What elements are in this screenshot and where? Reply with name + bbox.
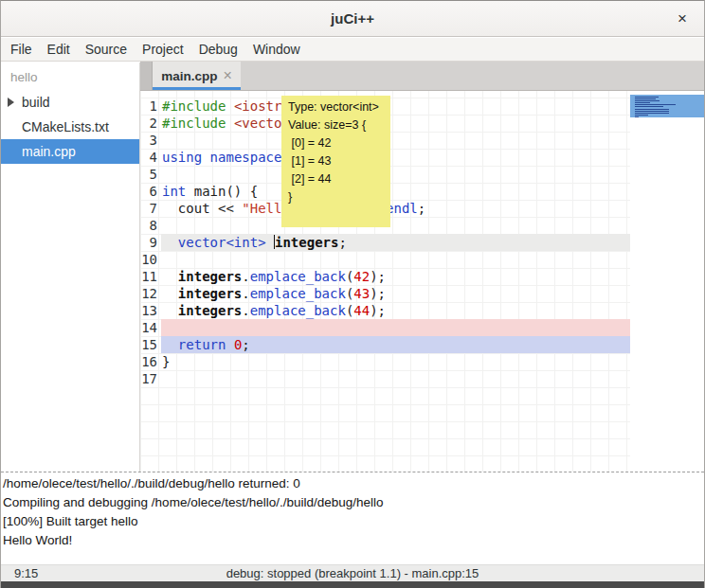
minimap-code-line [635,104,676,105]
tab-close-icon[interactable]: × [223,69,231,82]
expander-triangle-icon[interactable] [8,98,14,107]
code-line-text[interactable]: vector<int> integers; [161,234,630,251]
code-line-text[interactable]: return 0; [161,336,630,353]
code-line-11: 11 integers.emplace_back(42); [140,268,630,285]
window-bottom-edge [1,581,704,588]
code-editor[interactable]: 1#include <iostream>2#include <vector>34… [140,91,705,472]
code-line-17: 17 [140,370,630,387]
line-number[interactable]: 12 [140,285,161,302]
code-token-pl [226,98,233,114]
tree-item-label: build [22,95,50,110]
menu-item-source[interactable]: Source [78,39,135,60]
sidebar-item-cmakelists-txt[interactable]: CMakeLists.txt [1,115,139,139]
code-line-text[interactable]: integers.emplace_back(43); [161,285,630,302]
code-line-text[interactable]: #include <iostream> [161,98,630,115]
code-line-9: 9 vector<int> integers; [140,234,630,251]
minimap-code-line [635,113,669,114]
tooltip-text-line: } [288,188,384,206]
line-number[interactable]: 3 [140,132,161,149]
line-number[interactable]: 11 [140,268,161,285]
status-bar: 9:15 debug: stopped (breakpoint 1.1) - m… [1,564,704,581]
code-line-12: 12 integers.emplace_back(43); [140,285,630,302]
code-token-pp: #include [162,98,226,114]
line-number[interactable]: 1 [140,98,161,115]
code-token-kw: emplace_back [250,269,346,284]
sidebar-item-main-cpp[interactable]: main.cpp [1,139,139,164]
menu-item-project[interactable]: Project [135,39,191,60]
code-line-text[interactable]: integers.emplace_back(42); [161,268,630,285]
line-number[interactable]: 8 [140,217,161,234]
menu-item-window[interactable]: Window [245,39,308,60]
code-token-var: integers [178,269,242,284]
project-name-label: hello [1,62,139,90]
line-number[interactable]: 10 [140,251,161,268]
code-token-pl: . [242,269,249,284]
tooltip-text-line: [2] = 44 [288,170,384,188]
line-number[interactable]: 16 [140,353,161,370]
code-token-pl [226,337,233,352]
code-token-pl: cout << [162,201,242,216]
line-number[interactable]: 4 [140,149,161,166]
code-line-text[interactable] [161,370,630,387]
code-token-pl [162,235,178,250]
code-line-text[interactable] [161,217,630,234]
tab-main-cpp[interactable]: main.cpp × [153,62,241,90]
line-number[interactable]: 14 [140,319,161,336]
code-line-text[interactable]: cout << "Hello World!" << endl; [161,200,630,217]
code-token-kw: return [178,337,226,352]
minimap-visible-region[interactable] [630,95,705,117]
line-number[interactable]: 17 [140,370,161,387]
code-token-pl [266,235,274,250]
app-window: juCi++ × FileEditSourceProjectDebugWindo… [0,0,705,588]
code-line-text[interactable] [161,132,630,149]
tab-label: main.cpp [161,69,217,83]
minimap-code-line [635,116,639,117]
code-token-pl: ); [370,286,386,301]
tooltip-text-line: Value: size=3 { [288,116,384,134]
minimap-code-line [635,97,659,98]
minimap-code-line [635,100,660,101]
code-token-num: 44 [353,303,370,318]
code-token-pl: ; [338,235,346,250]
code-line-text[interactable] [161,251,630,268]
line-number[interactable]: 6 [140,183,161,200]
close-window-button[interactable]: × [672,9,693,29]
code-line-text[interactable]: } [161,353,630,370]
minimap[interactable] [630,91,705,472]
title-bar: juCi++ × [1,1,704,37]
code-token-kw: emplace_back [250,286,346,301]
code-token-var: integers [178,303,242,318]
code-line-text[interactable]: #include <vector> [161,115,630,132]
line-number[interactable]: 9 [140,234,161,251]
line-number[interactable]: 15 [140,336,161,353]
line-number[interactable]: 5 [140,166,161,183]
tab-bar: main.cpp × [140,62,705,91]
code-line-text[interactable]: int main() { [161,183,630,200]
window-title: juCi++ [1,10,704,27]
output-text-line: Hello World! [3,531,702,550]
line-number[interactable]: 7 [140,200,161,217]
tooltip-text-line: [1] = 43 [288,152,384,170]
menu-item-edit[interactable]: Edit [40,39,78,60]
code-token-pl: . [242,286,249,301]
code-line-text[interactable]: integers.emplace_back(44); [161,302,630,319]
code-line-text[interactable] [161,166,630,183]
menu-item-file[interactable]: File [3,39,40,60]
minimap-code-line [635,115,648,116]
code-line-text[interactable] [161,319,630,336]
output-text-line: Compiling and debugging /home/olece/test… [3,493,702,512]
code-line-text[interactable]: using namespace std; [161,149,630,166]
sidebar-item-build[interactable]: build [1,90,139,115]
code-token-pl [202,150,209,165]
output-text-line: [100%] Built target hello [3,512,702,531]
line-number[interactable]: 2 [140,115,161,132]
active-tab-indicator [153,87,241,90]
minimap-code-line [635,98,656,99]
code-token-pl: . [242,303,249,318]
line-number[interactable]: 13 [140,302,161,319]
code-token-pl: ); [370,303,386,318]
menu-item-debug[interactable]: Debug [191,39,245,60]
code-line-15: 15 return 0; [140,336,630,353]
minimap-code-line [635,111,669,112]
code-token-var: integers [178,286,242,301]
